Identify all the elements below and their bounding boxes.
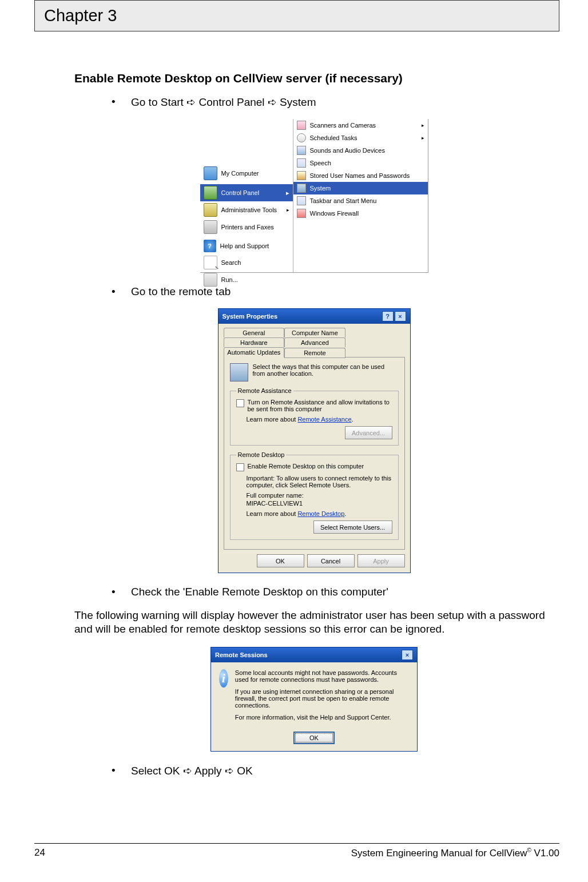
legend: Remote Assistance xyxy=(236,387,293,394)
taskbar-icon xyxy=(297,196,306,205)
system-icon xyxy=(297,184,306,193)
warning-paragraph: The following warning will display howev… xyxy=(74,609,554,637)
dialog-title: System Properties xyxy=(223,313,278,320)
checkbox-icon[interactable] xyxy=(236,463,244,471)
firewall-icon xyxy=(297,209,306,218)
dialog-title: Remote Sessions xyxy=(215,651,268,658)
cancel-button[interactable]: Cancel xyxy=(307,554,355,567)
tab-advanced[interactable]: Advanced xyxy=(284,337,345,347)
sub-item-stored[interactable]: Stored User Names and Passwords xyxy=(293,169,428,182)
screenshot-remote-sessions-warning: Remote Sessions × i Some local accounts … xyxy=(210,647,418,752)
message-body: Some local accounts might not have passw… xyxy=(235,669,409,726)
camera-icon xyxy=(297,121,306,130)
label: Speech xyxy=(310,160,331,166)
checkbox-icon[interactable] xyxy=(236,399,244,407)
text: Select OK xyxy=(131,765,183,777)
menu-item-control-panel[interactable]: Control Panel▸ xyxy=(200,184,293,201)
arrow-icon: ➪ xyxy=(186,96,196,108)
bullet-1: Go to Start ➪ Control Panel ➪ System xyxy=(112,96,554,109)
dialog-titlebar: System Properties ? × xyxy=(218,309,410,324)
chevron-right-icon: ▸ xyxy=(422,135,424,141)
chevron-right-icon: ▸ xyxy=(286,189,289,197)
chapter-header: Chapter 3 xyxy=(34,0,559,31)
label: Run... xyxy=(221,276,238,283)
start-right-panel: Scanners and Cameras▸ Scheduled Tasks▸ S… xyxy=(293,119,428,272)
sub-item-scanners[interactable]: Scanners and Cameras▸ xyxy=(293,119,428,132)
menu-item-printers[interactable]: Printers and Faxes xyxy=(200,218,293,236)
text: System xyxy=(277,96,316,108)
rd-link[interactable]: Remote Desktop xyxy=(297,510,344,517)
rd-checkbox-row[interactable]: Enable Remote Desktop on this computer xyxy=(236,463,392,471)
text: Some local accounts might not have passw… xyxy=(235,669,409,683)
text: V1.00 xyxy=(531,848,559,859)
label: Turn on Remote Assistance and allow invi… xyxy=(248,399,392,412)
screenshot-start-menu: My Computer Control Panel▸ Administrativ… xyxy=(200,119,428,273)
menu-item-admin-tools[interactable]: Administrative Tools▸ xyxy=(200,201,293,218)
page-number: 24 xyxy=(34,847,45,859)
bullet-4: Select OK ➪ Apply ➪ OK xyxy=(112,764,554,777)
chevron-right-icon: ▸ xyxy=(287,207,289,213)
sub-item-system[interactable]: System xyxy=(293,182,428,194)
help-button[interactable]: ? xyxy=(382,311,394,321)
label: Search xyxy=(221,259,241,266)
ra-link[interactable]: Remote Assistance xyxy=(297,416,351,423)
ra-learn: Learn more about Remote Assistance. xyxy=(247,416,392,423)
label: System xyxy=(310,185,331,192)
help-icon: ? xyxy=(204,240,216,252)
text: If you are using internet connection sha… xyxy=(235,688,409,709)
rd-fullname-value: MIPAC-CELLVIEW1 xyxy=(247,500,392,507)
text: Learn more about xyxy=(247,510,298,517)
tools-icon xyxy=(204,203,217,217)
label: Help and Support xyxy=(220,243,269,249)
text: Apply xyxy=(192,765,225,777)
footer-title: System Engineering Manual for CellView© … xyxy=(351,847,559,859)
menu-item-search[interactable]: Search xyxy=(200,254,293,271)
advanced-button[interactable]: Advanced... xyxy=(345,426,392,439)
label: Taskbar and Start Menu xyxy=(310,197,377,204)
key-icon xyxy=(297,171,306,180)
tab-hardware[interactable]: Hardware xyxy=(224,337,285,347)
label: Stored User Names and Passwords xyxy=(310,172,410,179)
tab-general[interactable]: General xyxy=(224,328,285,337)
close-button[interactable]: × xyxy=(402,650,413,660)
rd-important: Important: To allow users to connect rem… xyxy=(247,475,392,488)
sub-item-firewall[interactable]: Windows Firewall xyxy=(293,207,428,220)
sub-item-sounds[interactable]: Sounds and Audio Devices xyxy=(293,144,428,157)
sub-item-speech[interactable]: Speech xyxy=(293,157,428,169)
control-panel-icon xyxy=(204,186,217,200)
sub-item-tasks[interactable]: Scheduled Tasks▸ xyxy=(293,132,428,144)
label: Scheduled Tasks xyxy=(310,134,357,141)
remote-desktop-group: Remote Desktop Enable Remote Desktop on … xyxy=(230,451,399,540)
close-button[interactable]: × xyxy=(395,311,406,321)
menu-item-help[interactable]: ?Help and Support xyxy=(200,238,293,254)
label: Enable Remote Desktop on this computer xyxy=(248,463,364,470)
remote-assistance-group: Remote Assistance Turn on Remote Assista… xyxy=(230,387,399,446)
text: System Engineering Manual for CellView xyxy=(351,848,527,859)
tab-automatic-updates[interactable]: Automatic Updates xyxy=(224,347,285,357)
label: Sounds and Audio Devices xyxy=(310,147,385,154)
tab-computer-name[interactable]: Computer Name xyxy=(284,328,345,337)
label: Windows Firewall xyxy=(310,210,359,217)
run-icon xyxy=(204,273,217,287)
chapter-title: Chapter 3 xyxy=(44,6,117,25)
section-heading: Enable Remote Desktop on CellView server… xyxy=(74,71,554,85)
text: Go to Start xyxy=(131,96,186,108)
menu-item-my-computer[interactable]: My Computer xyxy=(200,165,293,182)
rd-learn: Learn more about Remote Desktop. xyxy=(247,510,392,517)
info-icon: i xyxy=(219,669,228,688)
search-icon xyxy=(204,256,217,269)
text: OK xyxy=(234,765,253,777)
ok-button[interactable]: OK xyxy=(293,732,335,744)
sub-item-taskbar[interactable]: Taskbar and Start Menu xyxy=(293,194,428,207)
select-remote-users-button[interactable]: Select Remote Users... xyxy=(313,521,392,534)
clock-icon xyxy=(297,133,306,142)
tab-remote[interactable]: Remote xyxy=(284,348,345,358)
chevron-right-icon: ▸ xyxy=(422,122,424,128)
bullet-3: Check the 'Enable Remote Desktop on this… xyxy=(112,586,554,598)
rd-fullname-label: Full computer name: xyxy=(247,492,392,499)
intro-text: Select the ways that this computer can b… xyxy=(253,363,399,382)
ra-checkbox-row[interactable]: Turn on Remote Assistance and allow invi… xyxy=(236,399,392,412)
ok-button[interactable]: OK xyxy=(257,554,304,567)
speech-icon xyxy=(297,158,306,168)
apply-button[interactable]: Apply xyxy=(357,554,405,567)
